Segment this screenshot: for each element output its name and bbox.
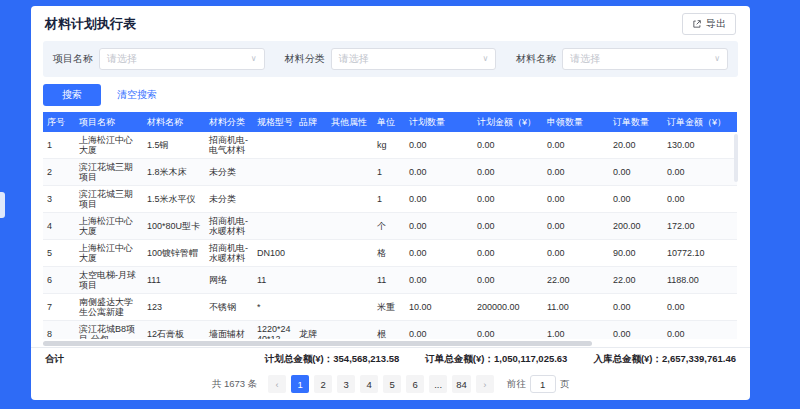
table-cell: 200000.00	[473, 294, 543, 321]
table-cell: 1.8米木床	[143, 159, 205, 186]
table-cell: 0.00	[473, 267, 543, 294]
table-cell: 11.00	[543, 294, 609, 321]
page-button-2[interactable]: 2	[314, 375, 332, 393]
chevron-down-icon: ∨	[251, 55, 257, 63]
table-cell: 123	[143, 294, 205, 321]
table-cell: 0.00	[609, 159, 663, 186]
table-cell: 111	[143, 267, 205, 294]
table-cell: 0.00	[405, 159, 473, 186]
table-cell: 10772.10	[663, 240, 737, 267]
table-horizontal-scrollbar[interactable]	[43, 340, 738, 347]
column-header: 其他属性	[327, 112, 373, 132]
table-cell: 1.5铜	[143, 132, 205, 159]
table-row[interactable]: 8滨江花城B8项目-分包12石膏板墙面辅材1220*2440*12龙牌根0.00…	[43, 321, 737, 340]
prev-page-button[interactable]: ‹	[268, 375, 286, 393]
table-cell: 0.00	[405, 267, 473, 294]
goto-page-input[interactable]	[530, 375, 556, 393]
table-cell: 0.00	[473, 240, 543, 267]
table-cell: kg	[373, 132, 405, 159]
table-cell: 0.00	[663, 321, 737, 340]
page-title: 材料计划执行表	[45, 15, 136, 33]
pagination-total: 共 1673 条	[212, 378, 257, 391]
summary-row: 合计 计划总金额(¥)：354,568,213.58 订单总金额(¥)：1,05…	[31, 347, 750, 371]
table-cell: 4	[43, 213, 75, 240]
column-header: 申领数量	[543, 112, 609, 132]
table-row[interactable]: 6太空电梯-月球项目111网络11110.000.0022.0022.00118…	[43, 267, 737, 294]
material-plan-table: 序号项目名称材料名称材料分类规格型号品牌其他属性单位计划数量计划金额（¥）申领数…	[43, 112, 737, 339]
table-cell: 不锈钢	[205, 294, 253, 321]
table-cell: 22.00	[543, 267, 609, 294]
pager-ellipsis[interactable]: ...	[429, 375, 447, 393]
table-cell	[327, 186, 373, 213]
table-cell	[253, 186, 295, 213]
table-cell	[327, 267, 373, 294]
table-cell: 100镀锌管帽	[143, 240, 205, 267]
summary-item-value: 1,050,117,025.63	[494, 353, 567, 364]
page-button-6[interactable]: 6	[406, 375, 424, 393]
table-cell: 滨江花城B8项目-分包	[75, 321, 143, 340]
table-cell: 130.00	[663, 132, 737, 159]
page-scrollbar-thumb[interactable]	[0, 192, 5, 218]
column-header: 项目名称	[75, 112, 143, 132]
table-cell: 上海松江中心大厦	[75, 240, 143, 267]
page-button-4[interactable]: 4	[360, 375, 378, 393]
table-cell: 0.00	[609, 294, 663, 321]
table-cell: 0.00	[405, 321, 473, 340]
table-cell: 0.00	[663, 186, 737, 213]
table-row[interactable]: 4上海松江中心大厦100*80U型卡招商机电-水暖材料个0.000.000.00…	[43, 213, 737, 240]
table-cell: DN100	[253, 240, 295, 267]
chevron-down-icon: ∨	[714, 55, 720, 63]
page-button-84[interactable]: 84	[452, 375, 471, 393]
table-head-row: 序号项目名称材料名称材料分类规格型号品牌其他属性单位计划数量计划金额（¥）申领数…	[43, 112, 737, 132]
table-row[interactable]: 3滨江花城三期项目1.5米水平仪未分类10.000.000.000.000.00	[43, 186, 737, 213]
column-header: 材料名称	[143, 112, 205, 132]
table-cell	[295, 186, 327, 213]
table-cell: 滨江花城三期项目	[75, 159, 143, 186]
table-row[interactable]: 5上海松江中心大厦100镀锌管帽招商机电-水暖材料DN100格0.000.000…	[43, 240, 737, 267]
search-button[interactable]: 搜索	[43, 84, 101, 106]
select-placeholder: 请选择	[107, 52, 137, 66]
page-button-1[interactable]: 1	[291, 375, 309, 393]
inbound-total-amount: 入库总金额(¥)：2,657,339,761.46	[593, 353, 736, 366]
table-cell: 招商机电-电气材料	[205, 132, 253, 159]
material-name-select[interactable]: 请选择 ∨	[562, 48, 728, 70]
page-button-5[interactable]: 5	[383, 375, 401, 393]
summary-item-label: 计划总金额(¥)：	[265, 353, 334, 364]
table-cell: 0.00	[543, 186, 609, 213]
table-cell: 0.00	[405, 240, 473, 267]
table-cell	[295, 240, 327, 267]
project-name-select[interactable]: 请选择 ∨	[99, 48, 265, 70]
table-cell	[253, 132, 295, 159]
table-cell: 米重	[373, 294, 405, 321]
material-category-select[interactable]: 请选择 ∨	[331, 48, 497, 70]
table-row[interactable]: 2滨江花城三期项目1.8米木床未分类10.000.000.000.000.00	[43, 159, 737, 186]
table-cell: 0.00	[473, 132, 543, 159]
summary-item-value: 354,568,213.58	[333, 353, 399, 364]
table-cell: 0.00	[473, 321, 543, 340]
table-vertical-scrollbar[interactable]	[734, 134, 738, 182]
table-cell	[295, 294, 327, 321]
table-cell: 22.00	[609, 267, 663, 294]
clear-search-button[interactable]: 清空搜索	[117, 88, 157, 102]
table-cell	[295, 213, 327, 240]
table-cell: 0.00	[609, 321, 663, 340]
export-button[interactable]: 导出	[682, 13, 736, 35]
table-cell: 0.00	[473, 186, 543, 213]
table-cell: 1188.00	[663, 267, 737, 294]
filter-material-name: 材料名称 请选择 ∨	[516, 48, 728, 70]
table-cell: 上海松江中心大厦	[75, 132, 143, 159]
table-row[interactable]: 7南侧盛达大学生公寓新建123不锈钢*米重10.00200000.0011.00…	[43, 294, 737, 321]
table-cell: *	[253, 294, 295, 321]
table-cell: 太空电梯-月球项目	[75, 267, 143, 294]
table-cell: 个	[373, 213, 405, 240]
column-header: 单位	[373, 112, 405, 132]
next-page-button[interactable]: ›	[476, 375, 494, 393]
summary-item-value: 2,657,339,761.46	[662, 353, 736, 364]
table-cell: 12石膏板	[143, 321, 205, 340]
horizontal-scrollbar-thumb[interactable]	[43, 341, 592, 346]
page-button-3[interactable]: 3	[337, 375, 355, 393]
filter-label: 材料分类	[285, 52, 325, 66]
table-cell	[327, 213, 373, 240]
table-cell	[327, 159, 373, 186]
table-row[interactable]: 1上海松江中心大厦1.5铜招商机电-电气材料kg0.000.000.0020.0…	[43, 132, 737, 159]
